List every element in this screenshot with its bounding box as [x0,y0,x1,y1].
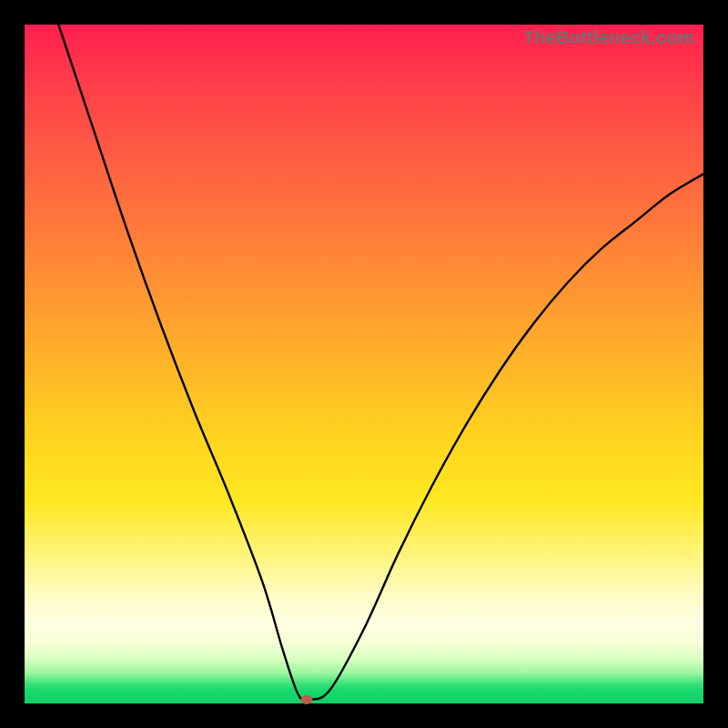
plot-area: TheBottleneck.com [25,25,703,703]
minimum-marker [300,695,312,704]
chart-frame: TheBottleneck.com [0,0,728,728]
bottleneck-curve [25,25,703,703]
